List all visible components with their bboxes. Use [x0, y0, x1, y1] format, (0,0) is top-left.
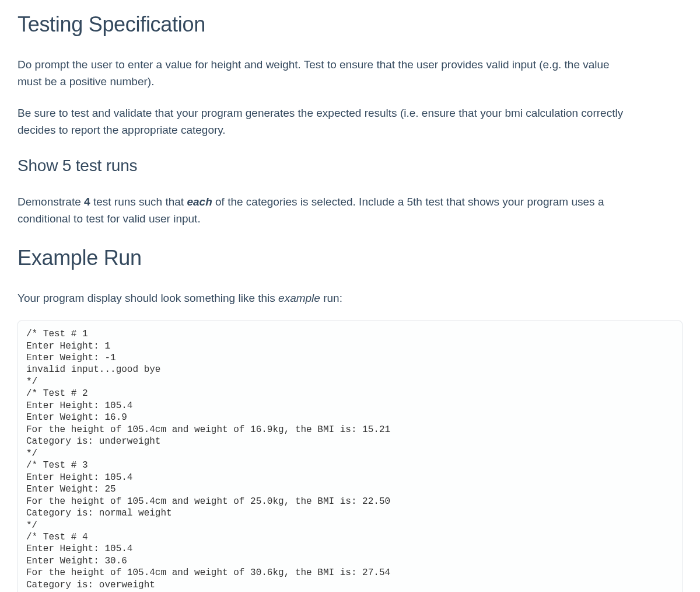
code-block-test-output: /* Test # 1 Enter Height: 1 Enter Weight… — [18, 321, 682, 592]
text-fragment: Demonstrate — [18, 196, 84, 208]
text-fragment: Your program display should look somethi… — [18, 292, 278, 304]
testing-spec-para-2: Be sure to test and validate that your p… — [18, 105, 624, 139]
text-fragment: test runs such that — [90, 196, 187, 208]
testing-specification-heading: Testing Specification — [18, 8, 682, 41]
show-5-test-runs-heading: Show 5 test runs — [18, 153, 682, 178]
testing-spec-para-1: Do prompt the user to enter a value for … — [18, 56, 624, 90]
example-run-para: Your program display should look somethi… — [18, 290, 624, 307]
example-run-heading: Example Run — [18, 242, 682, 274]
text-bold-4: 4 — [84, 196, 90, 208]
text-fragment: Do prompt the user to enter a value for … — [18, 58, 304, 71]
text-italic-example: example — [278, 292, 320, 304]
text-bold-italic-each: each — [187, 196, 212, 208]
test-runs-para: Demonstrate 4 test runs such that each o… — [18, 193, 624, 228]
text-fragment: run: — [320, 292, 342, 304]
